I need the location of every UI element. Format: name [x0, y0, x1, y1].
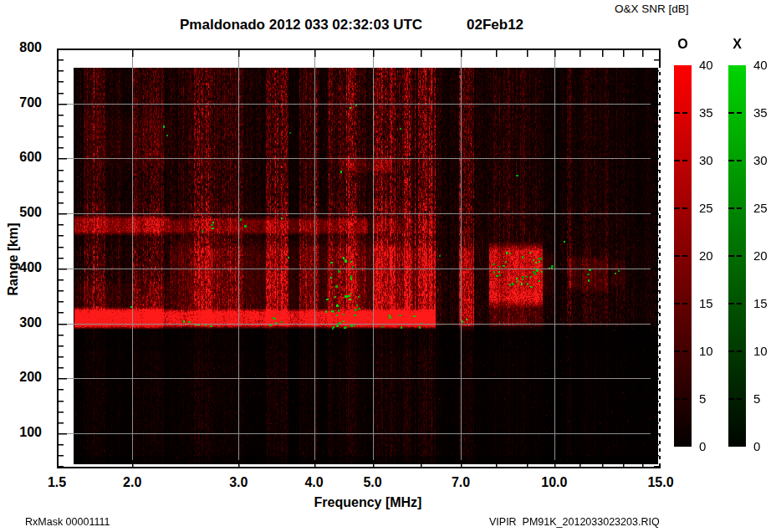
- colorbar-tick-label: 10: [699, 344, 713, 358]
- colorbar-tick-dash: [728, 207, 734, 209]
- colorbar-tick-label: 20: [753, 248, 768, 263]
- colorbar-tick-dash: [737, 160, 742, 161]
- colorbar-tick-label: 35: [699, 105, 713, 120]
- colorbar-tick-dash: [682, 255, 687, 257]
- colorbar-tick-dash: [674, 398, 680, 400]
- colorbar-tick-dash: [682, 112, 687, 114]
- colorbar-tick-dash: [737, 255, 742, 257]
- colorbar-tick-dash: [728, 255, 734, 257]
- colorbar-label-o: O: [671, 37, 696, 52]
- colorbar-tick-dash: [737, 112, 742, 114]
- file-info-text: VIPIR PM91K_2012033023203.RIQ: [489, 516, 660, 528]
- colorbar-tick-label: 40: [753, 58, 768, 72]
- colorbar-tick-label: 5: [699, 391, 706, 406]
- colorbar-tick-label: 25: [699, 201, 713, 215]
- colorbar-tick-dash: [682, 350, 687, 352]
- colorbar-tick-dash: [674, 207, 680, 209]
- colorbar-tick-dash: [682, 303, 687, 304]
- colorbar-tick-label: 40: [699, 58, 713, 72]
- colorbar-tick-dash: [737, 398, 742, 400]
- colorbar-panel: O4035302520151050X4035302520151050: [0, 0, 771, 532]
- colorbar-tick-dash: [682, 160, 687, 161]
- colorbar-tick-dash: [674, 303, 680, 304]
- colorbar-tick-dash: [737, 303, 742, 304]
- colorbar-tick-dash: [728, 160, 734, 161]
- colorbar-tick-dash: [674, 350, 680, 352]
- colorbar-tick-label: 5: [753, 391, 760, 406]
- colorbar-tick-label: 20: [699, 248, 713, 263]
- colorbar-tick-label: 15: [753, 296, 768, 310]
- colorbar-tick-dash: [728, 112, 734, 114]
- rx-mask-text: RxMask 00001111: [25, 516, 110, 528]
- colorbar-tick-dash: [674, 112, 680, 114]
- colorbar-tick-dash: [674, 255, 680, 257]
- colorbar-tick-label: 0: [753, 439, 760, 453]
- colorbar-tick-dash: [728, 350, 734, 352]
- colorbar-tick-label: 25: [753, 201, 768, 215]
- colorbar-tick-label: 10: [753, 344, 768, 358]
- colorbar-tick-dash: [682, 398, 687, 400]
- colorbar-tick-dash: [728, 303, 734, 304]
- colorbar-label-x: X: [725, 37, 750, 52]
- colorbar-tick-label: 30: [699, 153, 713, 167]
- colorbar-tick-dash: [737, 207, 742, 209]
- colorbar-tick-label: 15: [699, 296, 713, 310]
- colorbar-tick-label: 30: [753, 153, 768, 167]
- colorbar-tick-dash: [728, 398, 734, 400]
- colorbar-tick-dash: [737, 350, 742, 352]
- colorbar-tick-dash: [674, 160, 680, 161]
- colorbar-tick-label: 0: [699, 439, 706, 453]
- ionogram-page: Pmaldonado 2012 033 02:32:03 UTC 02Feb12…: [0, 0, 771, 532]
- colorbar-tick-label: 35: [753, 105, 768, 120]
- colorbar-tick-dash: [682, 207, 687, 209]
